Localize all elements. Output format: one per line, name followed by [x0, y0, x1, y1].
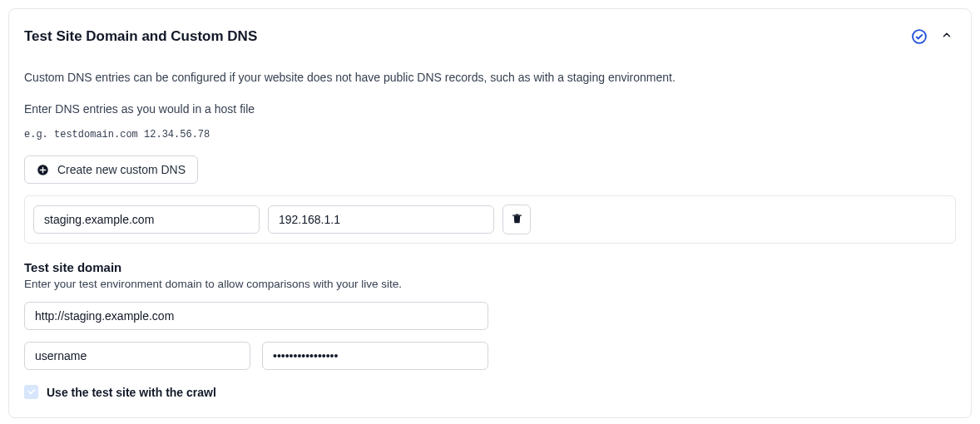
test-site-help: Enter your test environment domain to al… [24, 278, 956, 290]
instruction-text: Enter DNS entries as you would in a host… [24, 101, 956, 118]
use-test-site-checkbox[interactable] [24, 385, 38, 399]
check-icon [27, 386, 37, 399]
use-test-site-label: Use the test site with the crawl [47, 386, 216, 399]
username-input[interactable] [24, 342, 250, 370]
dns-entry-row [24, 195, 956, 244]
panel-title: Test Site Domain and Custom DNS [24, 28, 257, 45]
trash-icon [511, 212, 523, 227]
check-circle-icon [911, 28, 928, 45]
delete-dns-button[interactable] [502, 205, 531, 234]
dns-domain-input[interactable] [33, 205, 260, 234]
dns-ip-input[interactable] [268, 205, 494, 234]
use-test-site-row: Use the test site with the crawl [24, 385, 956, 399]
test-site-label: Test site domain [24, 260, 956, 274]
description-text: Custom DNS entries can be configured if … [24, 70, 956, 86]
dns-panel: Test Site Domain and Custom DNS Custom D… [8, 8, 972, 418]
example-text: e.g. testdomain.com 12.34.56.78 [24, 129, 956, 141]
test-site-url-input[interactable] [24, 302, 488, 330]
panel-header: Test Site Domain and Custom DNS [24, 26, 956, 47]
credentials-row [24, 342, 956, 370]
password-input[interactable] [262, 342, 488, 370]
create-dns-button-label: Create new custom DNS [57, 163, 186, 176]
chevron-up-icon [941, 29, 953, 43]
header-actions [911, 26, 956, 47]
collapse-button[interactable] [938, 26, 956, 47]
create-dns-button[interactable]: Create new custom DNS [24, 155, 198, 184]
plus-circle-icon [37, 164, 49, 176]
